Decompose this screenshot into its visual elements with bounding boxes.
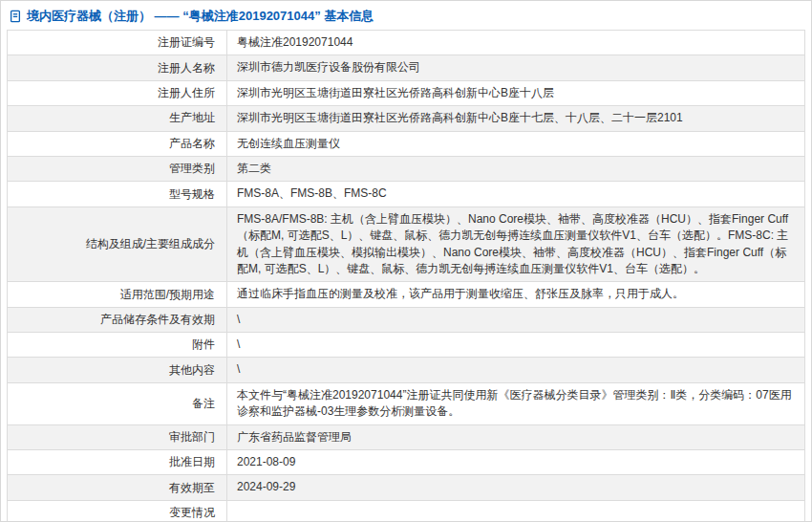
row-label: 批准日期 — [8, 450, 227, 475]
page-header: 境内医疗器械（注册） —— “粤械注准20192071044” 基本信息 — [1, 1, 811, 30]
row-label: 适用范围/预期用途 — [8, 282, 227, 307]
table-row: 注册人住所 深圳市光明区玉塘街道田寮社区光侨路高科创新中心B座十八层 — [8, 80, 805, 105]
row-label: 注册人名称 — [8, 55, 227, 80]
table-row: 管理类别 第二类 — [8, 156, 805, 181]
table-row: 注册证编号 粤械注准20192071044 — [8, 31, 805, 55]
row-label: 有效期至 — [8, 475, 227, 500]
row-value: \ — [227, 358, 805, 382]
table-row: 其他内容 \ — [8, 358, 805, 382]
row-label: 注册人住所 — [8, 80, 227, 105]
row-value: 深圳市光明区玉塘街道田寮社区光侨路高科创新中心B座十八层 — [227, 80, 805, 105]
row-label: 变更情况 — [8, 500, 227, 522]
table-row: 产品储存条件及有效期 \ — [8, 307, 805, 332]
row-value: FMS-8A/FMS-8B: 主机（含上臂血压模块）、Nano Core模块、袖… — [227, 207, 805, 282]
row-label: 产品储存条件及有效期 — [8, 307, 227, 332]
row-label: 附件 — [8, 333, 227, 358]
row-label: 其他内容 — [8, 358, 227, 382]
row-label: 管理类别 — [8, 156, 227, 181]
table-row: 审批部门 广东省药品监督管理局 — [8, 424, 805, 449]
row-value: 广东省药品监督管理局 — [227, 424, 805, 449]
table-row: 型号规格 FMS-8A、FMS-8B、FMS-8C — [8, 182, 805, 207]
table-row: 附件 \ — [8, 333, 805, 358]
row-value: 第二类 — [227, 156, 805, 181]
table-row: 产品名称 无创连续血压测量仪 — [8, 131, 805, 156]
row-label: 结构及组成/主要组成成分 — [8, 207, 227, 282]
info-table: 注册证编号 粤械注准20192071044 注册人名称 深圳市德力凯医疗设备股份… — [7, 30, 805, 522]
row-label: 产品名称 — [8, 131, 227, 156]
row-value: \ — [227, 307, 805, 332]
row-label: 型号规格 — [8, 182, 227, 207]
row-value: 无创连续血压测量仪 — [227, 131, 805, 156]
table-row: 批准日期 2021-08-09 — [8, 450, 805, 475]
page: 境内医疗器械（注册） —— “粤械注准20192071044” 基本信息 注册证… — [0, 0, 812, 522]
row-value: 深圳市光明区玉塘街道田寮社区光侨路高科创新中心B座十七层、十八层、二十一层210… — [227, 106, 805, 131]
table-row: 有效期至 2024-09-29 — [8, 475, 805, 500]
table-row: 注册人名称 深圳市德力凯医疗设备股份有限公司 — [8, 55, 805, 80]
row-value: 粤械注准20192071044 — [227, 31, 805, 55]
page-title: 境内医疗器械（注册） —— “粤械注准20192071044” 基本信息 — [27, 8, 374, 25]
row-value: FMS-8A、FMS-8B、FMS-8C — [227, 182, 805, 207]
table-row: 变更情况 — [8, 500, 805, 522]
table-row: 结构及组成/主要组成成分 FMS-8A/FMS-8B: 主机（含上臂血压模块）、… — [8, 207, 805, 282]
row-value — [227, 500, 805, 522]
row-value: 通过临床手指血压的测量及校准，该产品用于测量收缩压、舒张压及脉率，只用于成人。 — [227, 282, 805, 307]
table-row: 生产地址 深圳市光明区玉塘街道田寮社区光侨路高科创新中心B座十七层、十八层、二十… — [8, 106, 805, 131]
table-row: 备注 本文件与“粤械注准20192071044”注册证共同使用新《医疗器械分类目… — [8, 382, 805, 424]
row-value: 深圳市德力凯医疗设备股份有限公司 — [227, 55, 805, 80]
row-value: 本文件与“粤械注准20192071044”注册证共同使用新《医疗器械分类目录》管… — [227, 382, 805, 424]
row-label: 备注 — [8, 382, 227, 424]
table-row: 适用范围/预期用途 通过临床手指血压的测量及校准，该产品用于测量收缩压、舒张压及… — [8, 282, 805, 307]
row-value: \ — [227, 333, 805, 358]
row-label: 审批部门 — [8, 424, 227, 449]
row-value: 2021-08-09 — [227, 450, 805, 475]
document-icon — [9, 10, 22, 23]
row-value: 2024-09-29 — [227, 475, 805, 500]
row-label: 注册证编号 — [8, 31, 227, 55]
row-label: 生产地址 — [8, 106, 227, 131]
